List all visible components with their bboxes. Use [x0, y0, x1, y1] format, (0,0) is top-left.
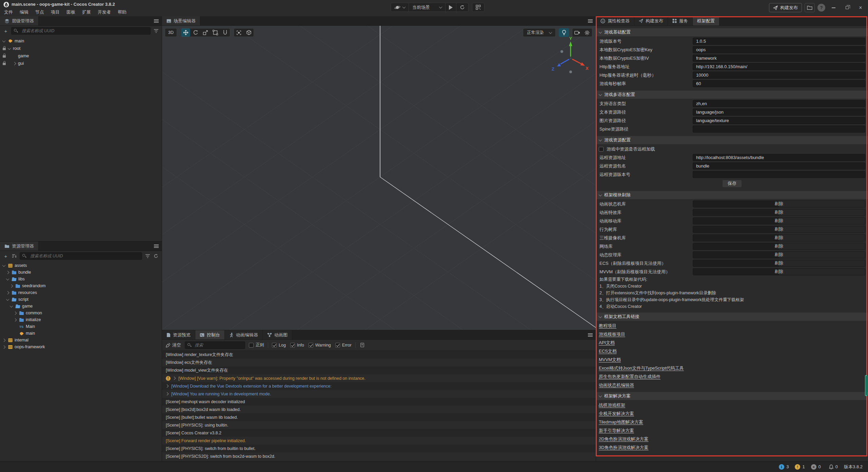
status-warnings[interactable]: ! 1 [795, 464, 805, 470]
open-project-folder-button[interactable] [805, 3, 815, 12]
panel-menu-icon[interactable] [154, 19, 159, 23]
log-filter[interactable]: Info [290, 343, 304, 348]
minimize-button[interactable] [828, 3, 839, 12]
remove-button[interactable]: 剔除 [693, 260, 865, 267]
section-header-docs[interactable]: 框架文档工具链接 [596, 313, 868, 321]
dimension-toggle-button[interactable]: 3D [165, 28, 177, 37]
log-filter[interactable]: Log [272, 343, 286, 348]
remove-button[interactable]: 剔除 [693, 200, 865, 208]
field-input[interactable] [693, 171, 865, 178]
field-input[interactable] [693, 125, 865, 133]
scene-select-dropdown[interactable]: 当前场景 [409, 3, 446, 12]
field-input[interactable]: 1.0.5 [693, 38, 865, 45]
checkbox[interactable] [335, 343, 340, 348]
remove-button[interactable]: 剔除 [693, 234, 865, 241]
tree-node[interactable]: game [0, 303, 162, 310]
status-notifications[interactable]: 0 [829, 464, 838, 469]
log-row[interactable]: [Window] ecs文件夹存在 [162, 359, 596, 367]
status-info[interactable]: i 3 [779, 464, 789, 470]
panel-menu-icon[interactable] [588, 19, 593, 23]
log-row[interactable]: [Window] model_view文件夹存在 [162, 367, 596, 374]
log-row[interactable]: [Scene] Cocos Creator v3.8.2 [162, 429, 596, 437]
log-row[interactable]: [Scene] [box2d]:box2d wasm lib loaded. [162, 406, 596, 413]
scene-viewport[interactable]: 3D [162, 26, 596, 330]
field-input[interactable]: bundle [693, 162, 865, 170]
field-input[interactable]: 10000 [693, 72, 865, 79]
tab-framework-config[interactable]: 框架配置 [693, 16, 719, 25]
tab-assets-preview[interactable]: 资源预览 [162, 330, 195, 339]
doc-link[interactable]: 教程项目 [599, 321, 616, 330]
gizmo-space-button[interactable] [220, 28, 230, 37]
refresh-icon[interactable] [153, 253, 159, 259]
log-row[interactable]: [Window] [Vue warn]: Property "onInput" … [162, 374, 596, 382]
tab-services[interactable]: 服务 [668, 16, 693, 25]
move-tool-button[interactable] [181, 28, 190, 37]
caret-icon[interactable] [3, 338, 5, 342]
tree-node[interactable]: resources [0, 289, 162, 296]
scale-tool-button[interactable] [201, 28, 210, 37]
scrollbar-thumb[interactable] [865, 375, 867, 396]
field-input[interactable]: 60 [693, 80, 865, 87]
tab-animation-graph[interactable]: 动画图 [263, 330, 292, 339]
filter-icon[interactable] [153, 28, 159, 34]
caret-icon[interactable] [6, 297, 9, 302]
menubar-item[interactable]: 项目 [47, 8, 63, 16]
caret-icon[interactable] [3, 263, 5, 268]
doc-link[interactable]: Tiledmap地图解决方案 [599, 418, 643, 426]
preview-target-button[interactable] [391, 3, 409, 12]
section-header-solutions[interactable]: 框架解决方案 [596, 392, 868, 400]
lighting-toggle-button[interactable] [559, 28, 569, 37]
log-row[interactable]: [Scene] [PHYSICS]: switch from builtin t… [162, 445, 596, 452]
remote-load-checkbox[interactable] [599, 147, 604, 152]
doc-link[interactable]: 动画状态机编辑器 [599, 381, 634, 389]
scene-camera-button[interactable] [573, 28, 582, 37]
caret-icon[interactable] [10, 304, 13, 309]
restart-button[interactable] [456, 3, 468, 12]
regex-filter[interactable]: 正则 [249, 342, 264, 348]
doc-link[interactable]: 原生包热更新配置自动生成插件 [599, 372, 660, 381]
save-button[interactable]: 保存 [722, 180, 742, 188]
expand-caret-icon[interactable] [165, 392, 169, 396]
tree-node[interactable]: initialize [0, 316, 162, 323]
tab-animation-editor[interactable]: 动画编辑器 [225, 330, 263, 339]
tab-hierarchy[interactable]: 层级管理器 [0, 16, 39, 25]
log-row[interactable]: [Scene] [PHYSICS]: using builtin. [162, 421, 596, 429]
menubar-item[interactable]: 节点 [32, 8, 47, 16]
help-button[interactable]: ? [817, 4, 825, 12]
caret-icon[interactable] [3, 38, 5, 43]
caret-icon[interactable] [13, 61, 16, 66]
tab-inspector[interactable]: 属性检查器 [596, 16, 634, 25]
doc-link[interactable]: ECS文档 [599, 347, 617, 355]
maximize-button[interactable] [842, 3, 852, 12]
remove-button[interactable]: 剔除 [693, 243, 865, 250]
checkbox[interactable] [272, 343, 277, 348]
remove-button[interactable]: 剔除 [693, 209, 865, 216]
log-filter[interactable]: Error [335, 343, 352, 348]
expand-caret-icon[interactable] [173, 377, 176, 380]
play-button[interactable] [446, 3, 456, 12]
tree-node[interactable]: oops-framework [0, 343, 162, 350]
doc-link[interactable]: 3D角色扮演游戏解决方案 [599, 443, 649, 452]
remove-button[interactable]: 剔除 [693, 251, 865, 258]
grid-snap-button[interactable] [244, 28, 253, 37]
tree-node[interactable]: Main [0, 323, 162, 330]
clear-console-button[interactable]: 清空 [166, 342, 181, 348]
menubar-item[interactable]: 文件 [1, 8, 16, 16]
log-row[interactable]: [Window] You are running Vue in developm… [162, 390, 596, 398]
field-input[interactable]: http://localhost:8083/assets/bundle [693, 154, 865, 161]
log-row[interactable]: [Window] render_texture文件夹存在 [162, 351, 596, 359]
tab-assets[interactable]: 资源管理器 [0, 241, 39, 251]
section-header-language[interactable]: 游戏多语言配置 [596, 91, 868, 99]
status-errors[interactable]: × 0 [811, 464, 821, 470]
tree-node[interactable]: main [0, 330, 162, 337]
caret-icon[interactable] [10, 283, 13, 288]
tab-build[interactable]: 构建发布 [634, 16, 668, 25]
doc-link[interactable]: 全栈开发解决方案 [599, 409, 634, 418]
checkbox[interactable] [309, 343, 313, 348]
doc-link[interactable]: API文档 [599, 338, 615, 347]
doc-link[interactable]: 2D角色扮演游戏解决方案 [599, 435, 649, 443]
regex-checkbox[interactable] [249, 343, 254, 348]
field-input[interactable]: zh,en [693, 100, 865, 107]
assets-search-input[interactable] [20, 252, 142, 260]
expand-caret-icon[interactable] [165, 385, 169, 388]
